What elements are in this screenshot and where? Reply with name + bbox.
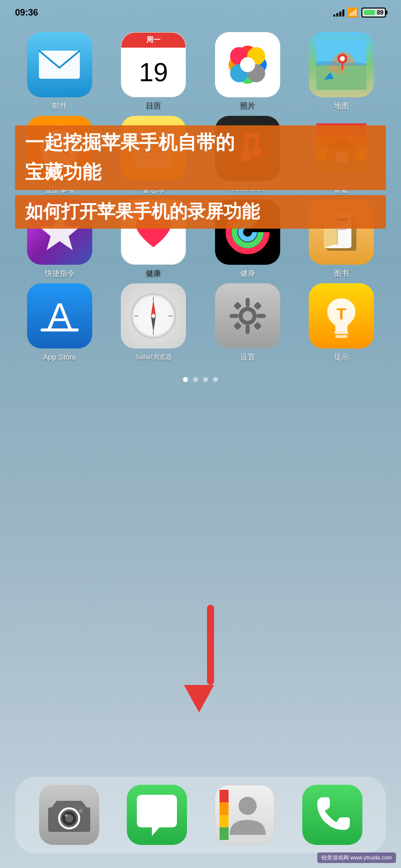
shortcuts-label: 快捷指令	[45, 269, 75, 278]
camera-icon	[39, 785, 99, 845]
appstore-icon: A	[27, 283, 92, 349]
fitness-label: 健身	[240, 269, 255, 278]
svg-point-74	[79, 809, 83, 813]
dock-app-contacts[interactable]	[215, 785, 275, 845]
svg-rect-62	[233, 302, 242, 310]
svg-rect-58	[246, 298, 250, 307]
svg-rect-76	[220, 802, 229, 815]
tips-label: 提示	[334, 353, 349, 362]
photos-icon	[215, 32, 280, 97]
signal-icon	[333, 9, 344, 17]
mail-icon	[27, 32, 92, 97]
battery-indicator: 89	[361, 8, 386, 18]
app-photos[interactable]: 照片	[203, 32, 292, 111]
page-dots	[0, 377, 401, 382]
maps-icon	[309, 32, 374, 97]
banner-text-2: 宝藏功能	[15, 160, 386, 190]
page-dot-1	[183, 377, 188, 382]
calendar-day: 19	[139, 48, 168, 97]
svg-rect-64	[233, 322, 242, 330]
svg-rect-78	[220, 827, 229, 840]
app-calendar[interactable]: 周一 19 日历	[109, 32, 198, 111]
svg-rect-67	[335, 335, 347, 338]
books-label: 图书	[334, 269, 349, 278]
time-display: 09:36	[15, 8, 38, 18]
app-row-4: A App Store	[0, 278, 401, 362]
app-maps[interactable]: 地图	[297, 32, 386, 111]
dock-app-phone[interactable]	[302, 785, 362, 845]
page-dot-4	[213, 377, 218, 382]
svg-point-79	[239, 797, 257, 815]
arrow-indicator	[195, 605, 226, 713]
app-safari[interactable]: Safari浏览器	[109, 283, 198, 362]
safari-label: Safari浏览器	[135, 353, 172, 362]
app-row-1: 邮件 周一 19 日历	[0, 22, 401, 111]
settings-icon	[215, 283, 280, 349]
arrow-shaft	[207, 605, 214, 685]
arrow-head	[184, 685, 214, 713]
app-mail[interactable]: 邮件	[15, 32, 104, 111]
svg-rect-65	[253, 322, 262, 330]
svg-rect-66	[334, 331, 348, 334]
banner-text-1: 一起挖掘苹果手机自带的	[15, 125, 386, 160]
banner-text-3: 如何打开苹果手机的录屏功能	[15, 195, 386, 229]
photos-label: 照片	[240, 101, 255, 111]
svg-rect-59	[246, 325, 250, 334]
calendar-icon: 周一 19	[121, 32, 186, 97]
svg-text:T: T	[336, 305, 346, 323]
svg-rect-77	[220, 815, 229, 827]
dock-app-camera[interactable]	[39, 785, 99, 845]
page-dot-3	[203, 377, 208, 382]
svg-point-13	[340, 56, 345, 61]
app-settings[interactable]: 设置	[203, 283, 292, 362]
app-appstore[interactable]: A App Store	[15, 283, 104, 362]
tips-icon: T	[309, 283, 374, 349]
calendar-label: 日历	[146, 101, 161, 111]
wifi-icon: 📶	[347, 7, 358, 18]
svg-point-9	[240, 57, 255, 72]
svg-rect-63	[253, 302, 262, 310]
svg-rect-61	[257, 314, 266, 318]
dock-app-messages[interactable]	[127, 785, 187, 845]
svg-point-57	[243, 311, 253, 321]
maps-label: 地图	[334, 101, 349, 111]
settings-label: 设置	[240, 353, 255, 362]
phone-icon	[302, 785, 362, 845]
status-icons: 📶 89	[333, 7, 386, 18]
status-bar: 09:36 📶 89	[0, 0, 401, 22]
appstore-label: App Store	[43, 353, 76, 361]
app-tips[interactable]: T 提示	[297, 283, 386, 362]
svg-point-72	[65, 814, 68, 817]
battery-label: 89	[377, 9, 383, 16]
messages-icon	[127, 785, 187, 845]
dock	[15, 777, 386, 853]
contacts-icon	[215, 785, 275, 845]
svg-rect-60	[230, 314, 239, 318]
safari-icon	[121, 283, 186, 349]
calendar-month: 周一	[121, 33, 185, 48]
mail-label: 邮件	[52, 101, 67, 111]
banner-overlay: 一起挖掘苹果手机自带的 宝藏功能 如何打开苹果手机的录屏功能	[0, 125, 401, 229]
health-label: 健康	[146, 269, 161, 278]
page-dot-2	[193, 377, 198, 382]
watermark: 锐骨游戏网 www.ytruida.com	[317, 852, 396, 863]
